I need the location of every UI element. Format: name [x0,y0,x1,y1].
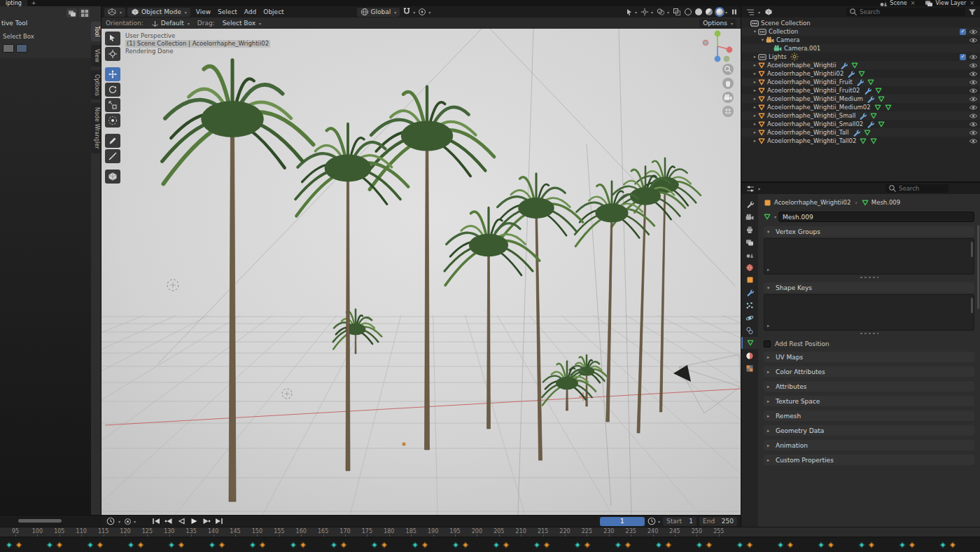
keyframe-diamond[interactable] [219,542,225,548]
keyframe-diamond[interactable] [909,542,915,548]
mode-dropdown[interactable]: Object Mode▾ [127,8,190,17]
keyframe-diamond[interactable] [463,542,468,548]
panel-header-vertex-groups[interactable]: ▾Vertex Groups [764,226,974,237]
tool-measure-button[interactable] [105,149,120,163]
outliner-row[interactable]: ▾Camera [741,36,980,44]
expand-arrow-icon[interactable]: ▸ [752,79,758,85]
panel-header-animation[interactable]: ▸Animation [764,440,974,450]
shading-wireframe-button[interactable] [685,8,692,15]
panel-header-texture-space[interactable]: ▸Texture Space [764,396,974,406]
properties-tab-data[interactable] [741,337,758,349]
breadcrumb-data[interactable]: Mesh.009 [872,199,900,206]
frame-start-field[interactable]: Start1 [663,517,696,526]
drag-dropdown[interactable]: Select Box▾ [219,19,265,28]
outliner-row[interactable]: ▸Acoelorrhaphe_Wrightii_Tall02 [741,137,980,145]
workspace-tab-scripting[interactable]: ipting [0,0,27,6]
outliner-row[interactable]: ▸Acoelorrhaphe_Wrightii_Small [741,111,980,120]
panel-header-uv-maps[interactable]: ▸UV Maps [764,352,974,362]
tool-move-button[interactable] [105,67,120,81]
hide-in-viewport-eye-icon[interactable] [969,104,978,111]
hide-in-viewport-eye-icon[interactable] [969,88,978,94]
expand-arrow-icon[interactable]: ▸ [752,130,758,135]
keyframe-diamond[interactable] [412,542,418,548]
collection-checkbox[interactable]: ✓ [960,54,966,60]
tool-cursor-button[interactable] [105,47,120,61]
outliner-row[interactable]: ▸Acoelorrhaphe_Wrightii_Fruit02 [741,86,980,95]
expand-arrow-icon[interactable]: ▸ [752,88,758,93]
camera-view-button[interactable] [722,92,734,103]
properties-tab-texture[interactable] [741,362,758,374]
panel-header-custom-properties[interactable]: ▸Custom Properties [764,455,974,465]
menu-select[interactable]: Select [214,8,241,15]
transform-orientation-dropdown[interactable]: Global▾ [357,8,400,17]
mesh-name-field[interactable]: Mesh.009 [778,212,974,222]
outliner-row[interactable]: ▸Acoelorrhaphe_Wrightii_Medium02 [741,103,980,111]
hide-in-viewport-eye-icon[interactable] [969,62,978,69]
outliner-row[interactable]: ▸Lights✓ [741,53,980,61]
expand-arrow-icon[interactable]: ▸ [752,62,758,68]
properties-tab-particles[interactable] [741,299,758,311]
tool-thumbnail-1[interactable] [3,44,14,53]
hide-in-viewport-eye-icon[interactable] [969,71,978,77]
collection-checkbox[interactable]: ✓ [960,29,966,35]
keyframe-diamond[interactable] [859,542,864,548]
hide-in-viewport-eye-icon[interactable] [969,138,978,144]
sidebar-tab-tool[interactable]: Tool [91,22,101,41]
keyframe-diamond[interactable] [300,542,306,548]
keyframe-diamond[interactable] [209,542,215,548]
properties-tab-modifiers[interactable] [741,287,758,298]
keyframe-diamond[interactable] [747,542,752,548]
expand-arrow-icon[interactable]: ▸ [752,54,758,60]
sidebar-tab-view[interactable]: View [91,45,101,67]
ortho-grid-button[interactable] [722,106,734,117]
play-reverse-button[interactable] [176,517,187,526]
keyframe-diamond[interactable] [940,542,946,548]
keyframe-diamond[interactable] [575,542,580,548]
shape-keys-list[interactable]: ▸ [764,294,974,331]
properties-tab-viewlayer[interactable] [741,236,758,248]
keyframe-diamond[interactable] [16,542,22,548]
panel-header-geometry-data[interactable]: ▸Geometry Data [764,425,974,436]
properties-tab-render[interactable] [741,211,758,223]
properties-tab-output[interactable] [741,223,758,235]
sidebar-tab-options[interactable]: Options [91,70,101,100]
outliner-row[interactable]: Scene Collection [741,19,980,27]
keyframe-diamond[interactable] [615,542,621,548]
play-button[interactable] [188,517,200,526]
keyframe-diamond[interactable] [6,542,12,548]
keyframe-diamond[interactable] [869,542,874,548]
orientation-dropdown[interactable]: Default▾ [148,19,193,28]
tool-annotate-button[interactable] [105,134,120,148]
keyframe-diamond[interactable] [128,542,134,548]
menu-view[interactable]: View [192,8,214,15]
keyframe-diamond[interactable] [584,542,590,548]
panel-header-attributes[interactable]: ▸Attributes [764,381,974,392]
outliner-row[interactable]: ▸Acoelorrhaphe_Wrightii_Small02 [741,120,980,128]
keyframe-diamond[interactable] [950,542,955,548]
proportional-edit-toggle[interactable]: ▾ [418,8,430,16]
properties-scrollbar[interactable] [977,225,979,309]
panel-header-remesh[interactable]: ▸Remesh [764,410,974,421]
outliner-editor-type-button[interactable]: ▾ [745,8,762,17]
outliner-row[interactable]: ▸Acoelorrhaphe_Wrightii_Fruit [741,78,980,86]
remove-viewlayer-button[interactable]: × [968,0,974,6]
previous-keyframe-button[interactable] [163,517,174,526]
expand-arrow-icon[interactable]: ▸ [752,71,758,76]
show-overlays-toggle[interactable]: ▾ [657,8,669,16]
timeline-editor-type-button[interactable]: ▾ [105,517,122,526]
keyframe-diamond[interactable] [47,542,52,548]
zoom-button[interactable] [722,64,734,75]
hide-in-viewport-eye-icon[interactable] [969,79,978,85]
show-gizmo-toggle[interactable]: ▾ [640,8,653,16]
options-dropdown[interactable]: Options▾ [699,19,736,28]
breadcrumb-object[interactable]: Acoelorrhaphe_Wrightii02 [774,199,850,206]
menu-object[interactable]: Object [260,8,287,15]
keyframe-diamond[interactable] [178,542,184,548]
editor-header-icon-2[interactable] [79,8,90,18]
keyframe-diamond[interactable] [666,542,671,548]
expand-arrow-icon[interactable]: ▸ [752,113,758,118]
pan-button[interactable] [722,78,734,89]
tool-tweak-button[interactable] [105,32,120,46]
outliner-search[interactable] [846,8,965,16]
properties-tab-scene[interactable] [741,249,758,261]
